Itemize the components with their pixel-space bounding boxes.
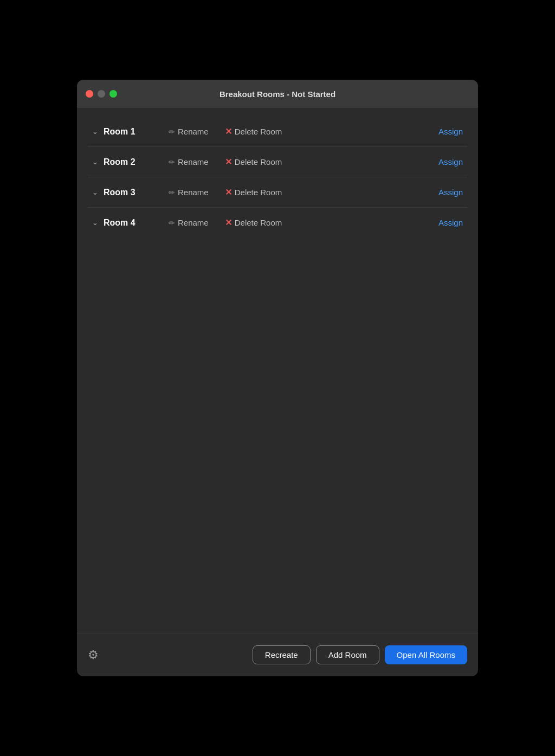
rename-label: Rename <box>178 127 209 136</box>
room-name: Room 2 <box>104 157 152 167</box>
table-row: ⌄ Room 4 ✏ Rename ✕ Delete Room Assign <box>88 208 467 238</box>
chevron-down-icon[interactable]: ⌄ <box>92 188 98 196</box>
assign-button[interactable]: Assign <box>438 218 463 227</box>
rename-label: Rename <box>178 218 209 227</box>
add-room-button[interactable]: Add Room <box>316 645 379 664</box>
delete-room-label: Delete Room <box>235 188 282 197</box>
chevron-down-icon[interactable]: ⌄ <box>92 127 98 136</box>
room-name: Room 1 <box>104 127 152 137</box>
x-mark-icon: ✕ <box>225 126 232 137</box>
pencil-icon: ✏ <box>169 219 175 227</box>
delete-room-button[interactable]: ✕ Delete Room <box>225 157 282 167</box>
rename-label: Rename <box>178 188 209 197</box>
maximize-button[interactable] <box>109 90 117 98</box>
rename-button[interactable]: ✏ Rename <box>169 188 209 197</box>
settings-icon[interactable]: ⚙ <box>88 648 99 662</box>
minimize-button[interactable] <box>98 90 105 98</box>
traffic-lights <box>86 90 117 98</box>
chevron-down-icon[interactable]: ⌄ <box>92 158 98 166</box>
delete-room-button[interactable]: ✕ Delete Room <box>225 126 282 137</box>
assign-button[interactable]: Assign <box>438 188 463 197</box>
table-row: ⌄ Room 3 ✏ Rename ✕ Delete Room Assign <box>88 177 467 208</box>
footer: ⚙ Recreate Add Room Open All Rooms <box>77 633 478 676</box>
table-row: ⌄ Room 1 ✏ Rename ✕ Delete Room Assign <box>88 117 467 147</box>
pencil-icon: ✏ <box>169 127 175 136</box>
rename-label: Rename <box>178 157 209 166</box>
titlebar: Breakout Rooms - Not Started <box>77 80 478 108</box>
chevron-down-icon[interactable]: ⌄ <box>92 219 98 227</box>
x-mark-icon: ✕ <box>225 217 232 228</box>
rename-button[interactable]: ✏ Rename <box>169 127 209 136</box>
footer-buttons: Recreate Add Room Open All Rooms <box>253 645 467 664</box>
delete-room-label: Delete Room <box>235 218 282 227</box>
rename-button[interactable]: ✏ Rename <box>169 218 209 227</box>
breakout-rooms-window: Breakout Rooms - Not Started ⌄ Room 1 ✏ … <box>77 80 478 676</box>
x-mark-icon: ✕ <box>225 157 232 167</box>
close-button[interactable] <box>86 90 93 98</box>
pencil-icon: ✏ <box>169 188 175 197</box>
room-name: Room 4 <box>104 218 152 228</box>
rename-button[interactable]: ✏ Rename <box>169 157 209 166</box>
assign-button[interactable]: Assign <box>438 127 463 136</box>
delete-room-label: Delete Room <box>235 157 282 166</box>
x-mark-icon: ✕ <box>225 187 232 197</box>
recreate-button[interactable]: Recreate <box>253 645 311 664</box>
window-title: Breakout Rooms - Not Started <box>220 89 335 99</box>
assign-button[interactable]: Assign <box>438 157 463 166</box>
open-all-rooms-button[interactable]: Open All Rooms <box>385 645 467 664</box>
delete-room-label: Delete Room <box>235 127 282 136</box>
pencil-icon: ✏ <box>169 158 175 166</box>
table-row: ⌄ Room 2 ✏ Rename ✕ Delete Room Assign <box>88 147 467 177</box>
room-list-content: ⌄ Room 1 ✏ Rename ✕ Delete Room Assign ⌄… <box>77 108 478 633</box>
room-list: ⌄ Room 1 ✏ Rename ✕ Delete Room Assign ⌄… <box>88 117 467 238</box>
room-name: Room 3 <box>104 188 152 197</box>
delete-room-button[interactable]: ✕ Delete Room <box>225 187 282 197</box>
delete-room-button[interactable]: ✕ Delete Room <box>225 217 282 228</box>
